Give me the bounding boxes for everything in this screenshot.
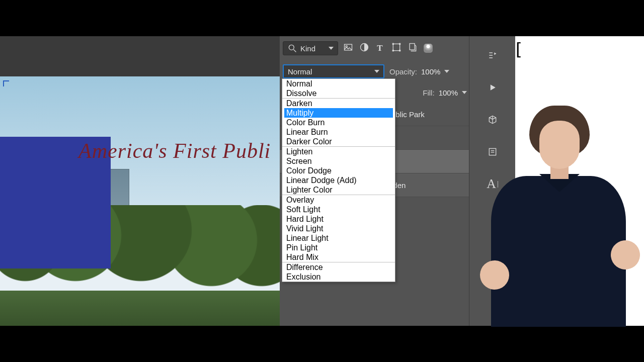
svg-line-1 [294, 50, 296, 52]
svg-rect-5 [393, 44, 399, 50]
svg-rect-9 [399, 50, 400, 51]
fill-value[interactable]: 100% [439, 88, 458, 97]
blend-option[interactable]: Hard Mix [284, 252, 393, 262]
actions-panel-icon[interactable] [482, 46, 503, 64]
blend-mode-dropdown[interactable]: NormalDissolveDarkenMultiplyColor BurnLi… [282, 78, 395, 282]
content-strip: America's First Publi Kind T Normal [0, 36, 644, 326]
blend-option[interactable]: Dissolve [284, 88, 393, 98]
blend-option[interactable]: Overlay [284, 195, 393, 205]
filter-adjust-icon[interactable] [359, 42, 368, 55]
chevron-down-icon [374, 70, 379, 73]
blend-option[interactable]: Darker Color [284, 137, 393, 146]
layers-panel: Kind T Normal Opacity: 100% [280, 36, 469, 326]
filter-pixel-icon[interactable] [343, 42, 352, 55]
bracket-glyph: [ [513, 39, 523, 59]
canvas-area[interactable]: America's First Publi [0, 36, 280, 326]
opacity-label: Opacity: [389, 67, 417, 76]
blend-option[interactable]: Color Burn [284, 118, 393, 127]
fill-label: Fill: [423, 88, 434, 97]
blend-option[interactable]: Exclusion [284, 272, 393, 282]
filter-smart-icon[interactable] [408, 42, 417, 55]
layer-filter-kind[interactable]: Kind [283, 41, 338, 55]
blend-mode-select[interactable]: Normal [283, 64, 384, 78]
chevron-down-icon[interactable] [444, 70, 449, 73]
blend-option[interactable]: Vivid Light [284, 224, 393, 233]
kind-label: Kind [300, 44, 315, 53]
opacity-value[interactable]: 100% [421, 67, 440, 76]
filter-type-icon[interactable]: T [375, 43, 384, 53]
letterbox-bottom [0, 326, 644, 362]
svg-point-0 [289, 45, 294, 50]
blend-option[interactable]: Soft Light [284, 205, 393, 214]
blend-option[interactable]: Lighter Color [284, 185, 393, 195]
blend-option[interactable]: Color Dodge [284, 166, 393, 175]
letterbox-top [0, 0, 644, 36]
blend-mode-current: Normal [288, 67, 312, 76]
blend-option[interactable]: Linear Burn [284, 127, 393, 137]
chevron-down-icon [329, 47, 334, 50]
blend-option[interactable]: Pin Light [284, 243, 393, 252]
blend-option[interactable]: Difference [284, 262, 393, 272]
blend-option[interactable]: Lighten [284, 147, 393, 156]
blend-option[interactable]: Hard Light [284, 214, 393, 224]
blend-option[interactable]: Screen [284, 156, 393, 166]
svg-rect-7 [399, 43, 400, 44]
blend-option[interactable]: Linear Dodge (Add) [284, 175, 393, 185]
filter-toggle[interactable] [424, 44, 433, 53]
artboard-corner-mark [3, 80, 9, 86]
photo-ground [0, 291, 280, 326]
blend-row: Normal Opacity: 100% [283, 63, 467, 79]
canvas-title-text: America's First Publi [78, 139, 271, 163]
layer-filter-icons: T [343, 42, 433, 55]
blend-option[interactable]: Multiply [284, 108, 393, 118]
blend-option[interactable]: Darken [284, 99, 393, 108]
presenter-area: [ [515, 36, 644, 326]
layer-filter-row: Kind T [283, 40, 467, 56]
search-icon [287, 43, 297, 53]
svg-rect-6 [392, 43, 394, 44]
filter-shape-icon[interactable] [391, 42, 400, 55]
svg-rect-8 [392, 50, 394, 51]
blend-option[interactable]: Normal [284, 79, 393, 88]
svg-rect-10 [410, 43, 415, 50]
blend-option[interactable]: Linear Light [284, 233, 393, 243]
presenter-figure [460, 89, 644, 326]
